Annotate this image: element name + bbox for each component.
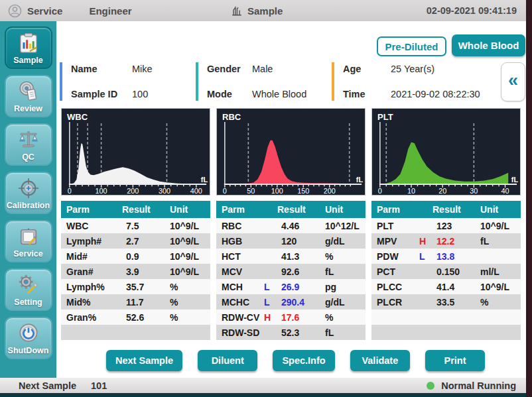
sidebar-item-shutdown[interactable]: ShutDown [5,317,52,359]
window-right-edge [526,0,532,397]
datetime: 02-09-2021 09:41:19 [427,5,517,16]
sidebar-item-calibration[interactable]: Calibration [5,172,52,214]
svg-text:50: 50 [247,187,255,195]
result-cell: 4.46 [277,221,325,231]
parm-header: Parm [61,204,122,215]
results-tables: Parm Result Unit WBC7.510^9/LLymph#2.710… [61,201,521,340]
gender-value: Male [252,64,273,74]
pre-diluted-button[interactable]: Pre-Diluted [377,36,446,56]
calibration-target-icon [17,176,40,201]
diluent-button[interactable]: Diluent [198,350,257,371]
result-cell: 52.6 [122,312,170,323]
svg-text:fL: fL [511,176,519,184]
parm-cell: PLCR [371,297,419,308]
parm-cell: Lymph# [61,236,109,247]
patient-mode-group: GenderMale ModeWhole Blood [196,62,328,101]
user-icon [8,4,22,18]
validate-button[interactable]: Validate [350,350,410,371]
qc-balance-icon [17,127,40,152]
result-cell: 92.6 [277,266,325,277]
unit-header: Unit [170,204,210,215]
parm-cell: PDW [371,251,419,262]
sidebar-item-sample[interactable]: Sample [5,27,52,69]
patient-age-group: Age25 Year(s) Time2021-09-02 08:22:30 [332,62,494,101]
rbc-histogram-title: RBC [222,112,241,122]
parm-cell: RBC [216,221,264,231]
double-chevron-left-icon: « [508,70,518,91]
result-cell: 35.7 [122,282,170,292]
svg-text:40: 40 [501,187,509,195]
sample-id-label: Sample ID [71,89,132,99]
result-cell: 52.3 [277,327,325,338]
top-bar: Service Engineer Sample 02-09-2021 09:41… [0,0,526,21]
window-bottom-edge [0,393,532,397]
parm-cell: MCV [216,266,264,277]
table-row: Gran%52.6% [61,310,210,325]
result-cell: 11.7 [122,297,170,308]
plt-histogram-plot: 010203040fL [372,109,520,196]
parm-cell: Lymph% [61,282,109,292]
svg-text:10: 10 [407,187,415,195]
result-cell: 120 [277,236,325,247]
main-content: Pre-Diluted Whole Blood NameMike Sample … [56,21,526,378]
result-cell: 2.7 [122,236,170,247]
svg-text:30: 30 [470,187,478,195]
svg-text:0: 0 [378,187,382,195]
page-title: Sample [247,5,283,17]
next-sample-label: Next Sample [19,380,76,391]
svg-text:fL: fL [356,176,364,184]
table-row [61,325,210,340]
next-sample-button[interactable]: Next Sample [106,350,182,371]
table-row: Lymph#2.710^9/L [61,233,210,249]
collapse-panel-button[interactable]: « [501,62,525,101]
parm-cell: MPV [371,236,419,247]
parm-cell: HCT [216,251,264,262]
result-cell: 13.8 [432,251,480,262]
unit-cell: ml/L [480,266,521,277]
table-body: WBC7.510^9/LLymph#2.710^9/LMid#0.910^9/L… [61,218,210,340]
table-row: PLT12310^9/L [371,218,521,233]
result-cell: 12.2 [432,236,480,247]
sidebar-item-qc[interactable]: QC [5,123,52,166]
parm-cell: RDW-CV [216,312,264,323]
table-row: HCT41.3% [216,249,366,264]
print-button[interactable]: Print [425,350,485,371]
unit-cell: 10^9/L [480,221,521,231]
parm-cell: RDW-SD [216,327,264,338]
result-cell: 3.9 [122,266,170,277]
spec-info-button[interactable]: Spec.Info [273,350,334,371]
table-row: Mid#0.910^9/L [61,249,210,264]
svg-text:200: 200 [127,187,139,195]
parm-cell: MCHC [216,297,264,308]
result-cell: 0.150 [432,266,480,277]
table-row: MCHL26.9pg [216,279,366,294]
unit-cell: fL [325,266,366,277]
parm-cell: PLCC [371,282,419,292]
unit-cell: g/dL [325,236,366,247]
sidebar-item-review[interactable]: Review [5,75,52,117]
parm-cell: Gran% [61,312,109,323]
table-row: Mid%11.7% [61,294,210,310]
parm-cell: MCH [216,282,264,292]
age-value: 25 Year(s) [391,64,434,74]
svg-text:100: 100 [271,187,283,195]
sidebar-label: Calibration [7,201,50,210]
sidebar-item-setting[interactable]: Setting [5,268,52,311]
wbc-histogram: 0100200300400fL WBC [61,108,210,196]
sidebar-label: ShutDown [8,346,49,355]
svg-text:150: 150 [297,187,309,195]
unit-header: Unit [325,204,366,215]
parm-header: Parm [216,204,277,215]
whole-blood-button[interactable]: Whole Blood [452,34,525,56]
service-tool-icon [17,224,40,249]
table-row: RDW-SD52.3fL [216,325,366,340]
shutdown-power-icon [17,321,40,346]
table-row: PCT0.150ml/L [371,264,521,279]
parm-cell: WBC [61,221,109,231]
setting-gear-icon [17,272,40,298]
sample-id-value: 100 [132,89,148,99]
parm-cell: Mid# [61,251,109,262]
sidebar-label: Setting [14,298,42,307]
sidebar-item-service[interactable]: Service [5,220,52,262]
status-bar: Next Sample 101 Normal Running [0,378,526,393]
